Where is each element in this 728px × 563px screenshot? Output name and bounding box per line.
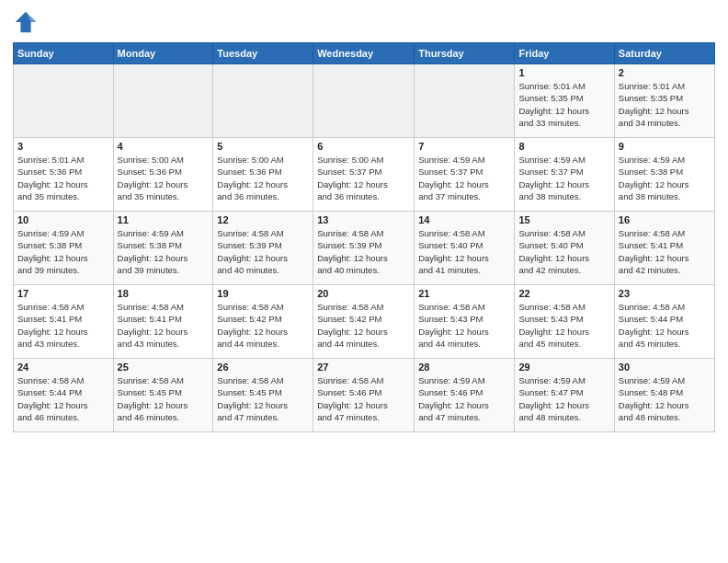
day-info: Sunrise: 4:58 AM Sunset: 5:44 PM Dayligh… (17, 374, 109, 423)
calendar: SundayMondayTuesdayWednesdayThursdayFrid… (13, 42, 715, 432)
weekday-header-friday: Friday (515, 43, 614, 64)
day-number: 28 (418, 362, 510, 373)
day-number: 25 (118, 362, 210, 373)
day-info: Sunrise: 4:58 AM Sunset: 5:43 PM Dayligh… (518, 301, 609, 350)
weekday-header-saturday: Saturday (614, 43, 714, 64)
calendar-cell: 12Sunrise: 4:58 AM Sunset: 5:39 PM Dayli… (213, 212, 313, 285)
day-number: 19 (217, 288, 309, 299)
calendar-cell: 4Sunrise: 5:00 AM Sunset: 5:36 PM Daylig… (113, 138, 213, 212)
header (13, 9, 715, 35)
calendar-cell: 25Sunrise: 4:58 AM Sunset: 5:45 PM Dayli… (113, 359, 213, 432)
calendar-cell: 20Sunrise: 4:58 AM Sunset: 5:42 PM Dayli… (313, 285, 415, 359)
day-info: Sunrise: 4:58 AM Sunset: 5:40 PM Dayligh… (418, 227, 510, 276)
day-number: 7 (418, 141, 510, 152)
calendar-cell (313, 64, 415, 138)
day-number: 8 (518, 141, 609, 152)
day-number: 23 (619, 288, 711, 299)
calendar-cell: 14Sunrise: 4:58 AM Sunset: 5:40 PM Dayli… (415, 212, 515, 285)
calendar-cell: 22Sunrise: 4:58 AM Sunset: 5:43 PM Dayli… (515, 285, 614, 359)
calendar-cell: 27Sunrise: 4:58 AM Sunset: 5:46 PM Dayli… (313, 359, 415, 432)
day-number: 11 (118, 214, 210, 225)
calendar-cell (113, 64, 213, 138)
calendar-cell: 17Sunrise: 4:58 AM Sunset: 5:41 PM Dayli… (14, 285, 114, 359)
calendar-week-4: 24Sunrise: 4:58 AM Sunset: 5:44 PM Dayli… (14, 359, 715, 432)
day-number: 16 (619, 214, 711, 225)
day-info: Sunrise: 5:01 AM Sunset: 5:36 PM Dayligh… (17, 154, 109, 202)
calendar-body: 1Sunrise: 5:01 AM Sunset: 5:35 PM Daylig… (14, 64, 715, 432)
calendar-cell (14, 64, 114, 138)
calendar-header: SundayMondayTuesdayWednesdayThursdayFrid… (14, 43, 715, 64)
day-info: Sunrise: 4:59 AM Sunset: 5:47 PM Dayligh… (518, 374, 609, 423)
day-info: Sunrise: 4:58 AM Sunset: 5:45 PM Dayligh… (217, 374, 309, 423)
weekday-header-row: SundayMondayTuesdayWednesdayThursdayFrid… (14, 43, 715, 64)
calendar-cell: 8Sunrise: 4:59 AM Sunset: 5:37 PM Daylig… (515, 138, 614, 212)
calendar-cell: 9Sunrise: 4:59 AM Sunset: 5:38 PM Daylig… (614, 138, 714, 212)
page: SundayMondayTuesdayWednesdayThursdayFrid… (0, 0, 728, 563)
day-info: Sunrise: 5:00 AM Sunset: 5:36 PM Dayligh… (118, 154, 210, 202)
day-info: Sunrise: 4:59 AM Sunset: 5:48 PM Dayligh… (619, 374, 711, 423)
day-number: 1 (518, 67, 609, 78)
calendar-cell: 13Sunrise: 4:58 AM Sunset: 5:39 PM Dayli… (313, 212, 415, 285)
day-number: 14 (418, 214, 510, 225)
day-number: 3 (17, 141, 109, 152)
day-info: Sunrise: 4:58 AM Sunset: 5:41 PM Dayligh… (17, 301, 109, 350)
calendar-cell (213, 64, 313, 138)
day-info: Sunrise: 4:59 AM Sunset: 5:38 PM Dayligh… (118, 227, 210, 276)
calendar-cell: 18Sunrise: 4:58 AM Sunset: 5:41 PM Dayli… (113, 285, 213, 359)
weekday-header-monday: Monday (113, 43, 213, 64)
calendar-cell: 28Sunrise: 4:59 AM Sunset: 5:46 PM Dayli… (415, 359, 515, 432)
day-info: Sunrise: 4:59 AM Sunset: 5:38 PM Dayligh… (17, 227, 109, 276)
day-info: Sunrise: 4:58 AM Sunset: 5:39 PM Dayligh… (217, 227, 309, 276)
logo-icon (13, 9, 39, 35)
calendar-cell: 21Sunrise: 4:58 AM Sunset: 5:43 PM Dayli… (415, 285, 515, 359)
day-info: Sunrise: 4:58 AM Sunset: 5:41 PM Dayligh… (619, 227, 711, 276)
day-number: 24 (17, 362, 109, 373)
day-number: 10 (17, 214, 109, 225)
calendar-cell: 23Sunrise: 4:58 AM Sunset: 5:44 PM Dayli… (614, 285, 714, 359)
day-number: 15 (518, 214, 609, 225)
day-info: Sunrise: 4:59 AM Sunset: 5:37 PM Dayligh… (518, 154, 609, 202)
day-info: Sunrise: 4:58 AM Sunset: 5:43 PM Dayligh… (418, 301, 510, 350)
day-info: Sunrise: 5:01 AM Sunset: 5:35 PM Dayligh… (518, 80, 609, 129)
calendar-cell: 29Sunrise: 4:59 AM Sunset: 5:47 PM Dayli… (515, 359, 614, 432)
day-info: Sunrise: 4:58 AM Sunset: 5:46 PM Dayligh… (317, 374, 410, 423)
day-number: 29 (518, 362, 609, 373)
day-info: Sunrise: 5:00 AM Sunset: 5:36 PM Dayligh… (217, 154, 309, 202)
day-number: 2 (619, 67, 711, 78)
day-number: 13 (317, 214, 410, 225)
calendar-week-3: 17Sunrise: 4:58 AM Sunset: 5:41 PM Dayli… (14, 285, 715, 359)
day-info: Sunrise: 4:58 AM Sunset: 5:44 PM Dayligh… (619, 301, 711, 350)
calendar-cell: 1Sunrise: 5:01 AM Sunset: 5:35 PM Daylig… (515, 64, 614, 138)
day-number: 9 (619, 141, 711, 152)
calendar-cell: 7Sunrise: 4:59 AM Sunset: 5:37 PM Daylig… (415, 138, 515, 212)
calendar-cell: 3Sunrise: 5:01 AM Sunset: 5:36 PM Daylig… (14, 138, 114, 212)
weekday-header-tuesday: Tuesday (213, 43, 313, 64)
day-info: Sunrise: 4:58 AM Sunset: 5:40 PM Dayligh… (518, 227, 609, 276)
calendar-week-2: 10Sunrise: 4:59 AM Sunset: 5:38 PM Dayli… (14, 212, 715, 285)
calendar-cell: 16Sunrise: 4:58 AM Sunset: 5:41 PM Dayli… (614, 212, 714, 285)
weekday-header-sunday: Sunday (14, 43, 114, 64)
day-number: 21 (418, 288, 510, 299)
day-info: Sunrise: 4:59 AM Sunset: 5:38 PM Dayligh… (619, 154, 711, 202)
day-number: 18 (118, 288, 210, 299)
calendar-cell: 2Sunrise: 5:01 AM Sunset: 5:35 PM Daylig… (614, 64, 714, 138)
day-info: Sunrise: 4:59 AM Sunset: 5:46 PM Dayligh… (418, 374, 510, 423)
day-info: Sunrise: 4:59 AM Sunset: 5:37 PM Dayligh… (418, 154, 510, 202)
day-number: 12 (217, 214, 309, 225)
day-number: 4 (118, 141, 210, 152)
day-info: Sunrise: 4:58 AM Sunset: 5:45 PM Dayligh… (118, 374, 210, 423)
logo (13, 9, 42, 35)
day-number: 6 (317, 141, 410, 152)
day-number: 30 (619, 362, 711, 373)
day-number: 20 (317, 288, 410, 299)
calendar-week-0: 1Sunrise: 5:01 AM Sunset: 5:35 PM Daylig… (14, 64, 715, 138)
day-number: 5 (217, 141, 309, 152)
day-info: Sunrise: 5:00 AM Sunset: 5:37 PM Dayligh… (317, 154, 410, 202)
weekday-header-thursday: Thursday (415, 43, 515, 64)
calendar-cell: 19Sunrise: 4:58 AM Sunset: 5:42 PM Dayli… (213, 285, 313, 359)
calendar-week-1: 3Sunrise: 5:01 AM Sunset: 5:36 PM Daylig… (14, 138, 715, 212)
calendar-cell: 15Sunrise: 4:58 AM Sunset: 5:40 PM Dayli… (515, 212, 614, 285)
day-number: 17 (17, 288, 109, 299)
weekday-header-wednesday: Wednesday (313, 43, 415, 64)
day-info: Sunrise: 4:58 AM Sunset: 5:42 PM Dayligh… (217, 301, 309, 350)
